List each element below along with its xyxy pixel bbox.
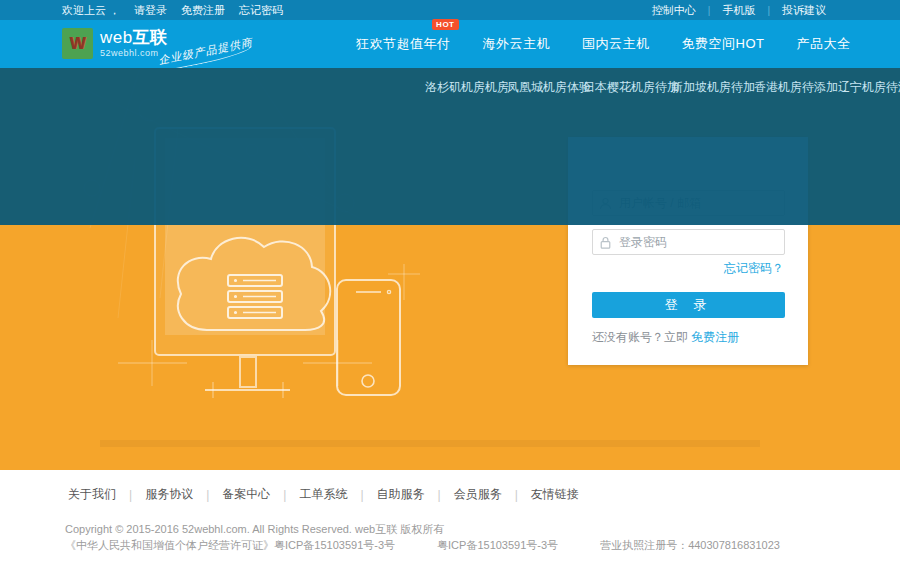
nav-item-all-products[interactable]: 产品大全 [780,35,866,53]
footer-link-filing[interactable]: 备案中心 [209,486,283,503]
nav-item-label: 海外云主机 [483,36,551,51]
topbar-login-link[interactable]: 请登录 [134,3,167,18]
free-register-link[interactable]: 免费注册 [691,330,739,344]
logo-title-cn: 互联 [133,28,168,47]
nav-item-label: 免费空间HOT [682,36,765,51]
footer-link-ticket[interactable]: 工单系统 [286,486,360,503]
mega-menu-item[interactable]: 洛杉矶机房机房 [426,75,508,100]
mega-menu-item[interactable]: 新加坡机房待加 [672,75,754,100]
footer-link-member[interactable]: 会员服务 [441,486,515,503]
mega-dropdown-overlay: 洛杉矶机房机房 凤凰城机房体验 日本樱花机房待加 新加坡机房待加 香港机房待添加… [0,68,900,225]
logo-title-en: web [100,28,133,47]
feedback-link[interactable]: 投诉建议 [770,3,838,18]
nav-item-free-space[interactable]: 免费空间HOT [666,35,781,53]
topbar: 欢迎上云 ， 请登录 免费注册 忘记密码 控制中心 | 手机版 | 投诉建议 [0,0,900,20]
signup-row: 还没有账号？立即 免费注册 [592,329,739,346]
footer-link-selfservice[interactable]: 自助服务 [364,486,438,503]
mega-menu-item[interactable]: 香港机房待添加 [754,75,838,100]
topbar-forgot-link[interactable]: 忘记密码 [239,3,283,18]
no-account-text: 还没有账号？立即 [592,330,691,344]
icp-row: 《中华人民共和国增值个体户经营许可证》粤ICP备15103591号-3号 粤IC… [65,538,780,553]
welcome-text: 欢迎上云 ， [62,3,120,18]
logo-slogan: 企业级产品提供商 [157,35,254,72]
nav-item-label: 产品大全 [796,36,850,51]
topbar-right: 控制中心 | 手机版 | 投诉建议 [640,3,838,18]
nav-item-domestic-cloud[interactable]: 国内云主机 [566,35,666,53]
nav-item-promo[interactable]: HOT狂欢节超值年付 [340,35,467,53]
phone-outline [337,264,420,395]
nav-item-overseas-cloud[interactable]: 海外云主机 [467,35,567,53]
icp-license-1: 《中华人民共和国增值个体户经营许可证》粤ICP备15103591号-3号 [65,538,395,553]
logo[interactable]: W web互联 52webhl.com [62,28,168,59]
footer-link-friends[interactable]: 友情链接 [518,486,592,503]
login-button[interactable]: 登 录 [592,292,785,318]
forgot-password-link[interactable]: 忘记密码？ [724,260,784,277]
mega-menu-item[interactable]: 日本樱花机房待加 [590,75,672,100]
topbar-register-link[interactable]: 免费注册 [181,3,225,18]
business-license: 营业执照注册号：440307816831023 [600,538,780,553]
nav-item-label: 国内云主机 [582,36,650,51]
footer-link-terms[interactable]: 服务协议 [132,486,206,503]
hot-badge: HOT [432,19,458,30]
nav-menu: HOT狂欢节超值年付 海外云主机 国内云主机 免费空间HOT 产品大全 [340,20,866,68]
footer: 关于我们| 服务协议| 备案中心| 工单系统| 自助服务| 会员服务| 友情链接… [0,470,900,573]
copyright-text: Copyright © 2015-2016 52webhl.com. All R… [65,522,444,537]
nav-item-label: 狂欢节超值年付 [356,36,451,51]
mega-menu-item[interactable]: 凤凰城机房体验 [508,75,590,100]
topbar-left: 欢迎上云 ， 请登录 免费注册 忘记密码 [62,3,283,18]
logo-icon: W [62,28,93,59]
hero-shade-band [100,440,760,447]
page: 欢迎上云 ， 请登录 免费注册 忘记密码 控制中心 | 手机版 | 投诉建议 W… [0,0,900,573]
logo-title: web互联 [100,29,168,46]
password-field-wrap [592,229,785,255]
footer-links: 关于我们| 服务协议| 备案中心| 工单系统| 自助服务| 会员服务| 友情链接 [68,486,592,503]
footer-link-about[interactable]: 关于我们 [68,486,129,503]
main-nav: W web互联 52webhl.com 企业级产品提供商 HOT狂欢节超值年付 … [0,20,900,68]
mega-menu-item[interactable]: 辽宁机房待添加 [838,75,900,100]
control-center-link[interactable]: 控制中心 [640,3,708,18]
icp-license-2: 粤ICP备15103591号-3号 [437,538,558,553]
mega-menu-grid: 洛杉矶机房机房 凤凰城机房体验 日本樱花机房待加 新加坡机房待加 香港机房待添加… [426,75,900,100]
lock-icon [599,236,612,249]
mobile-version-link[interactable]: 手机版 [710,3,767,18]
password-input[interactable] [619,235,784,249]
